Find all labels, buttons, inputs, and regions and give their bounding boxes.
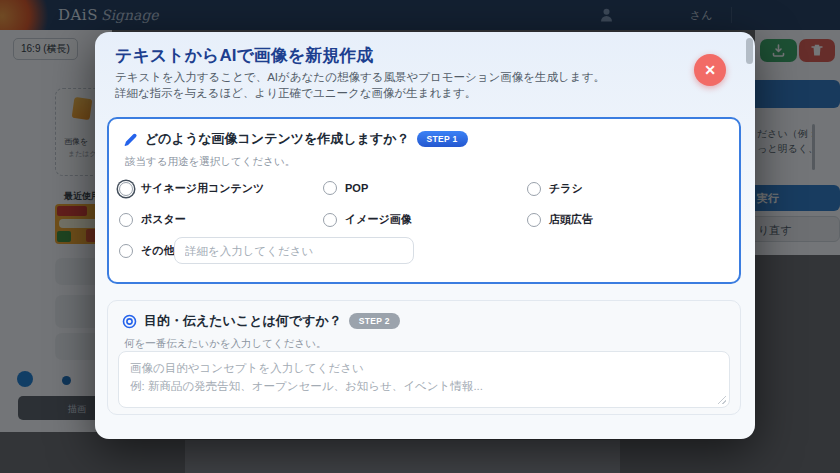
option-image[interactable]: イメージ画像 <box>323 212 412 227</box>
step2-question: 目的・伝えたいことは何ですか？ <box>144 312 342 330</box>
option-flyer[interactable]: チラシ <box>527 181 583 196</box>
step2-badge: STEP 2 <box>349 313 400 329</box>
option-store-ad[interactable]: 店頭広告 <box>527 212 593 227</box>
option-pop[interactable]: POP <box>323 181 368 195</box>
step1-card: どのような画像コンテンツを作成しますか？ STEP 1 該当する用途を選択してく… <box>107 117 741 284</box>
ai-image-create-dialog: テキストからAIで画像を新規作成 テキストを入力することで、AIがあなたの想像す… <box>95 32 755 439</box>
option-label: イメージ画像 <box>345 212 412 227</box>
option-label: ポスター <box>141 212 186 227</box>
purpose-textarea[interactable]: 画像の目的やコンセプトを入力してください 例: 新商品の発売告知、オープンセール… <box>118 351 730 408</box>
option-label: チラシ <box>549 181 583 196</box>
step1-hint: 該当する用途を選択してください。 <box>125 155 295 169</box>
option-signage-content[interactable]: サイネージ用コンテンツ <box>119 181 264 196</box>
step1-header: どのような画像コンテンツを作成しますか？ STEP 1 <box>123 130 468 148</box>
textarea-placeholder-line1: 画像の目的やコンセプトを入力してください <box>130 360 718 378</box>
option-poster[interactable]: ポスター <box>119 212 186 227</box>
step2-hint: 何を一番伝えたいかを入力してください。 <box>124 337 326 351</box>
step2-header: 目的・伝えたいことは何ですか？ STEP 2 <box>122 312 400 330</box>
resize-handle[interactable] <box>717 395 726 404</box>
radio-icon[interactable] <box>527 213 541 227</box>
option-label: 店頭広告 <box>549 212 593 227</box>
step2-card: 目的・伝えたいことは何ですか？ STEP 2 何を一番伝えたいかを入力してくださ… <box>107 300 741 415</box>
option-other[interactable]: その他 <box>119 243 175 258</box>
radio-icon[interactable] <box>119 213 133 227</box>
radio-icon[interactable] <box>323 181 337 195</box>
close-icon: ✕ <box>704 62 716 78</box>
radio-icon[interactable] <box>119 182 133 196</box>
option-label: POP <box>345 182 368 194</box>
textarea-placeholder-line2: 例: 新商品の発売告知、オープンセール、お知らせ、イベント情報... <box>130 378 718 396</box>
dialog-description-line2: 詳細な指示を与えるほど、より正確でユニークな画像が生まれます。 <box>115 86 476 101</box>
dialog-title: テキストからAIで画像を新規作成 <box>115 44 373 67</box>
step1-badge: STEP 1 <box>417 131 468 147</box>
dialog-description-line1: テキストを入力することで、AIがあなたの想像する風景やプロモーション画像を生成し… <box>115 70 605 85</box>
radio-icon[interactable] <box>527 182 541 196</box>
modal-scrollbar-thumb[interactable] <box>746 38 753 64</box>
app-root: DAiS Signage さん 16:9 (横長) 画像を またはク 最近使用し… <box>0 0 840 473</box>
option-label: その他 <box>141 243 175 258</box>
other-detail-input[interactable] <box>174 237 414 264</box>
radio-icon[interactable] <box>323 213 337 227</box>
close-button[interactable]: ✕ <box>694 54 726 86</box>
radio-icon[interactable] <box>119 244 133 258</box>
target-icon <box>122 314 137 329</box>
pen-icon <box>123 132 138 147</box>
step1-question: どのような画像コンテンツを作成しますか？ <box>145 130 410 148</box>
option-label: サイネージ用コンテンツ <box>141 181 264 196</box>
